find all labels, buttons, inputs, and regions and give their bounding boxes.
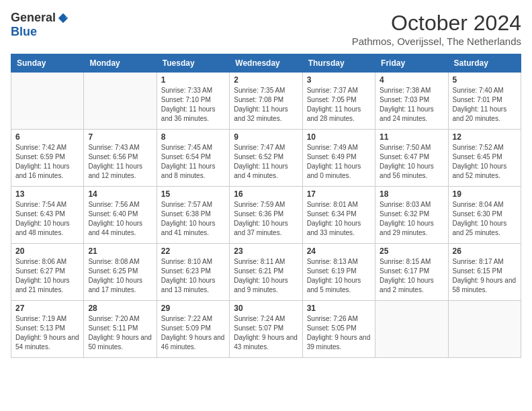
day-content: Sunrise: 8:04 AMSunset: 6:30 PMDaylight:… (453, 200, 517, 238)
day-number: 28 (88, 304, 152, 313)
table-row: 29Sunrise: 7:22 AMSunset: 5:09 PMDayligh… (157, 301, 229, 358)
day-number: 18 (380, 189, 443, 199)
header-sunday: Sunday (11, 54, 84, 73)
day-number: 29 (161, 304, 225, 313)
day-content: Sunrise: 7:37 AMSunset: 7:05 PMDaylight:… (307, 86, 371, 124)
day-number: 26 (453, 246, 517, 256)
day-content: Sunrise: 8:06 AMSunset: 6:27 PMDaylight:… (15, 257, 79, 295)
table-row (11, 73, 84, 130)
day-number: 30 (234, 304, 298, 313)
table-row: 9Sunrise: 7:47 AMSunset: 6:52 PMDaylight… (230, 130, 302, 187)
calendar-week-row: 1Sunrise: 7:33 AMSunset: 7:10 PMDaylight… (11, 73, 521, 130)
day-content: Sunrise: 7:24 AMSunset: 5:07 PMDaylight:… (234, 314, 298, 352)
table-row: 27Sunrise: 7:19 AMSunset: 5:13 PMDayligh… (11, 301, 84, 358)
header-monday: Monday (84, 54, 157, 73)
table-row: 10Sunrise: 7:49 AMSunset: 6:49 PMDayligh… (302, 130, 375, 187)
day-content: Sunrise: 7:38 AMSunset: 7:03 PMDaylight:… (380, 86, 443, 124)
day-number: 20 (15, 246, 79, 256)
table-row: 23Sunrise: 8:11 AMSunset: 6:21 PMDayligh… (230, 244, 302, 301)
day-number: 4 (380, 75, 443, 85)
title-section: October 2024 Pathmos, Overijssel, The Ne… (352, 11, 521, 47)
day-content: Sunrise: 7:26 AMSunset: 5:05 PMDaylight:… (307, 314, 371, 352)
location-subtitle: Pathmos, Overijssel, The Netherlands (352, 36, 521, 47)
day-number: 2 (234, 75, 298, 85)
table-row: 20Sunrise: 8:06 AMSunset: 6:27 PMDayligh… (11, 244, 84, 301)
calendar-week-row: 13Sunrise: 7:54 AMSunset: 6:43 PMDayligh… (11, 187, 521, 244)
day-number: 22 (161, 246, 225, 256)
table-row: 4Sunrise: 7:38 AMSunset: 7:03 PMDaylight… (375, 73, 448, 130)
table-row: 11Sunrise: 7:50 AMSunset: 6:47 PMDayligh… (375, 130, 448, 187)
day-content: Sunrise: 8:17 AMSunset: 6:15 PMDaylight:… (453, 257, 517, 295)
table-row: 6Sunrise: 7:42 AMSunset: 6:59 PMDaylight… (11, 130, 84, 187)
day-number: 23 (234, 246, 298, 256)
table-row: 31Sunrise: 7:26 AMSunset: 5:05 PMDayligh… (302, 301, 375, 358)
day-number: 5 (453, 75, 517, 85)
day-content: Sunrise: 7:19 AMSunset: 5:13 PMDaylight:… (15, 314, 79, 352)
table-row: 7Sunrise: 7:43 AMSunset: 6:56 PMDaylight… (84, 130, 157, 187)
day-content: Sunrise: 7:56 AMSunset: 6:40 PMDaylight:… (88, 200, 152, 238)
day-number: 15 (161, 189, 225, 199)
calendar-week-row: 6Sunrise: 7:42 AMSunset: 6:59 PMDaylight… (11, 130, 521, 187)
table-row: 8Sunrise: 7:45 AMSunset: 6:54 PMDaylight… (157, 130, 229, 187)
day-number: 13 (15, 189, 79, 199)
month-year-title: October 2024 (352, 11, 521, 36)
table-row: 13Sunrise: 7:54 AMSunset: 6:43 PMDayligh… (11, 187, 84, 244)
day-number: 17 (307, 189, 371, 199)
day-number: 8 (161, 132, 225, 142)
page-header: General Blue October 2024 Pathmos, Overi… (11, 11, 521, 47)
table-row: 24Sunrise: 8:13 AMSunset: 6:19 PMDayligh… (302, 244, 375, 301)
day-number: 31 (307, 304, 371, 313)
logo-icon (57, 12, 69, 24)
day-number: 1 (161, 75, 225, 85)
day-content: Sunrise: 7:43 AMSunset: 6:56 PMDaylight:… (88, 143, 152, 181)
table-row: 1Sunrise: 7:33 AMSunset: 7:10 PMDaylight… (157, 73, 229, 130)
day-content: Sunrise: 7:20 AMSunset: 5:11 PMDaylight:… (88, 314, 152, 352)
day-number: 16 (234, 189, 298, 199)
logo-general-text: General (11, 11, 56, 25)
day-number: 25 (380, 246, 443, 256)
day-content: Sunrise: 7:50 AMSunset: 6:47 PMDaylight:… (380, 143, 443, 181)
day-content: Sunrise: 8:01 AMSunset: 6:34 PMDaylight:… (307, 200, 371, 238)
table-row: 14Sunrise: 7:56 AMSunset: 6:40 PMDayligh… (84, 187, 157, 244)
day-content: Sunrise: 8:08 AMSunset: 6:25 PMDaylight:… (88, 257, 152, 295)
day-content: Sunrise: 7:47 AMSunset: 6:52 PMDaylight:… (234, 143, 298, 181)
table-row: 22Sunrise: 8:10 AMSunset: 6:23 PMDayligh… (157, 244, 229, 301)
header-thursday: Thursday (302, 54, 375, 73)
table-row: 21Sunrise: 8:08 AMSunset: 6:25 PMDayligh… (84, 244, 157, 301)
day-content: Sunrise: 7:40 AMSunset: 7:01 PMDaylight:… (453, 86, 517, 124)
day-number: 9 (234, 132, 298, 142)
day-content: Sunrise: 8:10 AMSunset: 6:23 PMDaylight:… (161, 257, 225, 295)
table-row: 25Sunrise: 8:15 AMSunset: 6:17 PMDayligh… (375, 244, 448, 301)
table-row: 19Sunrise: 8:04 AMSunset: 6:30 PMDayligh… (448, 187, 521, 244)
table-row (448, 301, 521, 358)
table-row: 17Sunrise: 8:01 AMSunset: 6:34 PMDayligh… (302, 187, 375, 244)
table-row: 12Sunrise: 7:52 AMSunset: 6:45 PMDayligh… (448, 130, 521, 187)
table-row: 15Sunrise: 7:57 AMSunset: 6:38 PMDayligh… (157, 187, 229, 244)
header-friday: Friday (375, 54, 448, 73)
table-row (375, 301, 448, 358)
day-content: Sunrise: 7:59 AMSunset: 6:36 PMDaylight:… (234, 200, 298, 238)
day-number: 6 (15, 132, 79, 142)
table-row: 18Sunrise: 8:03 AMSunset: 6:32 PMDayligh… (375, 187, 448, 244)
table-row: 28Sunrise: 7:20 AMSunset: 5:11 PMDayligh… (84, 301, 157, 358)
header-wednesday: Wednesday (230, 54, 302, 73)
day-number: 19 (453, 189, 517, 199)
table-row: 3Sunrise: 7:37 AMSunset: 7:05 PMDaylight… (302, 73, 375, 130)
day-content: Sunrise: 7:35 AMSunset: 7:08 PMDaylight:… (234, 86, 298, 124)
day-content: Sunrise: 8:15 AMSunset: 6:17 PMDaylight:… (380, 257, 443, 295)
logo-blue-text: Blue (11, 25, 37, 39)
day-content: Sunrise: 7:52 AMSunset: 6:45 PMDaylight:… (453, 143, 517, 181)
table-row: 2Sunrise: 7:35 AMSunset: 7:08 PMDaylight… (230, 73, 302, 130)
day-number: 7 (88, 132, 152, 142)
day-content: Sunrise: 8:11 AMSunset: 6:21 PMDaylight:… (234, 257, 298, 295)
day-number: 21 (88, 246, 152, 256)
table-row: 16Sunrise: 7:59 AMSunset: 6:36 PMDayligh… (230, 187, 302, 244)
table-row (84, 73, 157, 130)
header-tuesday: Tuesday (157, 54, 229, 73)
day-number: 3 (307, 75, 371, 85)
table-row: 5Sunrise: 7:40 AMSunset: 7:01 PMDaylight… (448, 73, 521, 130)
table-row: 26Sunrise: 8:17 AMSunset: 6:15 PMDayligh… (448, 244, 521, 301)
calendar-table: Sunday Monday Tuesday Wednesday Thursday… (11, 54, 521, 358)
calendar-week-row: 20Sunrise: 8:06 AMSunset: 6:27 PMDayligh… (11, 244, 521, 301)
day-content: Sunrise: 7:54 AMSunset: 6:43 PMDaylight:… (15, 200, 79, 238)
